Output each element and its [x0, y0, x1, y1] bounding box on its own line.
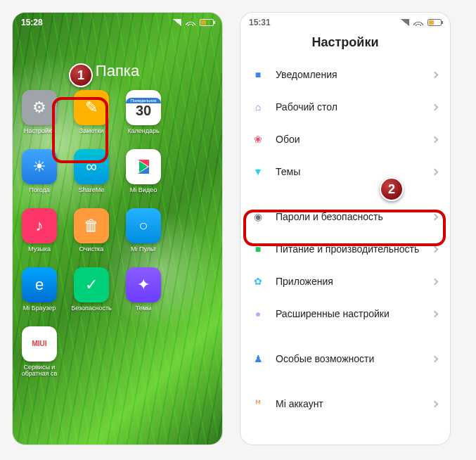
app-cleaner[interactable]: 🗑 Очистка — [71, 208, 112, 253]
remote-icon: ○ — [126, 208, 161, 243]
app-themes[interactable]: ✦ Темы — [123, 267, 164, 312]
battery-icon — [200, 19, 214, 26]
app-security[interactable]: ✓ Безопасность — [71, 267, 112, 312]
row-label: Пароли и безопасность — [276, 211, 423, 222]
app-shareme[interactable]: ∞ ShareMe — [71, 149, 112, 194]
statusbar: 15:28 — [13, 13, 222, 30]
step-badge-1: 1 — [69, 63, 93, 87]
app-label: Погода — [29, 187, 50, 194]
step-badge-2: 2 — [380, 177, 404, 201]
row-battery[interactable]: ■ Питание и производительность — [240, 233, 450, 265]
wifi-icon — [413, 19, 423, 26]
row-label: Обои — [276, 134, 423, 145]
row-label: Темы — [276, 166, 423, 177]
chevron-right-icon — [432, 310, 439, 317]
app-label: Заметки — [79, 128, 103, 135]
brush-icon: ▼ — [250, 164, 266, 179]
app-label: Музыка — [28, 246, 51, 253]
app-services[interactable]: MIUI Сервисы и обратная св — [19, 326, 60, 378]
accessibility-icon: ♟ — [250, 351, 266, 366]
row-passwords-security[interactable]: ◉ Пароли и безопасность — [240, 200, 450, 233]
chevron-right-icon — [432, 245, 439, 253]
app-label: Безопасность — [71, 305, 111, 312]
row-mi-account[interactable]: ᴹ Mi аккаунт — [240, 388, 450, 420]
row-label: Приложения — [276, 276, 423, 287]
app-grid: ⚙ Настройки ✎ Заметки Понедельник 30 Кал… — [13, 80, 222, 388]
app-label: Mi Пульт — [131, 246, 156, 253]
row-label: Питание и производительность — [276, 243, 423, 255]
play-icon — [126, 149, 161, 184]
calendar-icon: Понедельник 30 — [126, 90, 161, 125]
app-weather[interactable]: ☀ Погода — [19, 149, 60, 194]
infinity-icon: ∞ — [74, 149, 109, 184]
signal-icon — [401, 19, 409, 26]
chevron-right-icon — [432, 213, 439, 220]
row-advanced[interactable]: ● Расширенные настройки — [240, 298, 450, 330]
chevron-right-icon — [432, 355, 439, 362]
music-note-icon: ♪ — [22, 208, 57, 243]
row-label: Mi аккаунт — [276, 398, 423, 409]
app-mi-browser[interactable]: e Mi Браузер — [19, 267, 60, 312]
chevron-right-icon — [432, 71, 439, 78]
miui-icon: MIUI — [22, 326, 57, 362]
sparkle-icon: ✦ — [126, 267, 161, 302]
fingerprint-icon: ◉ — [250, 209, 266, 224]
signal-icon — [173, 19, 181, 26]
app-label: ShareMe — [79, 187, 105, 194]
chevron-right-icon — [432, 278, 439, 285]
row-label: Расширенные настройки — [276, 308, 423, 319]
pencil-icon: ✎ — [74, 90, 109, 125]
row-home[interactable]: ⌂ Рабочий стол — [240, 91, 450, 123]
row-notifications[interactable]: ■ Уведомления — [240, 58, 450, 91]
app-music[interactable]: ♪ Музыка — [19, 208, 60, 253]
wifi-icon — [186, 19, 195, 26]
sun-icon: ☀ — [22, 149, 57, 184]
home-icon: ⌂ — [250, 99, 266, 115]
app-label: Mi Видео — [130, 187, 157, 194]
app-settings[interactable]: ⚙ Настройки — [19, 90, 60, 135]
settings-list: ■ Уведомления ⌂ Рабочий стол ❀ Обои ▼ Те… — [240, 58, 450, 420]
page-title: Настройки — [240, 30, 450, 58]
clock: 15:31 — [249, 18, 271, 27]
mi-logo-icon: ᴹ — [250, 396, 266, 411]
gear-icon: ⚙ — [22, 90, 57, 125]
app-label: Календарь — [127, 128, 159, 135]
browser-icon: e — [22, 267, 57, 302]
app-mi-video[interactable]: Mi Видео — [123, 149, 164, 194]
shield-icon: ✓ — [74, 267, 109, 302]
row-label: Особые возможности — [276, 353, 423, 364]
folder-title: Папка — [13, 62, 222, 80]
app-label: Mi Браузер — [23, 305, 56, 312]
row-apps[interactable]: ✿ Приложения — [240, 265, 450, 298]
row-accessibility[interactable]: ♟ Особые возможности — [240, 343, 450, 375]
row-themes[interactable]: ▼ Темы — [240, 155, 450, 188]
app-label: Темы — [136, 305, 152, 312]
dots-icon: ● — [250, 306, 266, 321]
app-mi-remote[interactable]: ○ Mi Пульт — [123, 208, 164, 253]
battery-icon — [427, 19, 442, 26]
flower-icon: ❀ — [250, 132, 266, 147]
statusbar: 15:31 — [240, 13, 450, 30]
app-label: Настройки — [24, 128, 55, 135]
row-label: Рабочий стол — [276, 101, 423, 113]
battery-row-icon: ■ — [250, 241, 266, 257]
app-label: Сервисы и обратная св — [19, 364, 60, 378]
apps-icon: ✿ — [250, 274, 266, 289]
chevron-right-icon — [432, 136, 439, 143]
app-label: Очистка — [79, 246, 103, 253]
clock: 15:28 — [21, 18, 43, 27]
row-label: Уведомления — [276, 69, 423, 80]
chevron-right-icon — [432, 103, 439, 110]
trash-icon: 🗑 — [74, 208, 109, 243]
app-notes[interactable]: ✎ Заметки — [71, 90, 112, 135]
app-calendar[interactable]: Понедельник 30 Календарь — [123, 90, 164, 135]
row-wallpaper[interactable]: ❀ Обои — [240, 123, 450, 155]
notifications-icon: ■ — [250, 67, 266, 82]
phone-settings: 15:31 Настройки ■ Уведомления ⌂ Рабочий … — [240, 13, 450, 445]
chevron-right-icon — [432, 168, 439, 175]
phone-homescreen: 15:28 Папка ⚙ Настройки ✎ Заметки Понеде… — [13, 13, 222, 445]
chevron-right-icon — [432, 400, 439, 407]
